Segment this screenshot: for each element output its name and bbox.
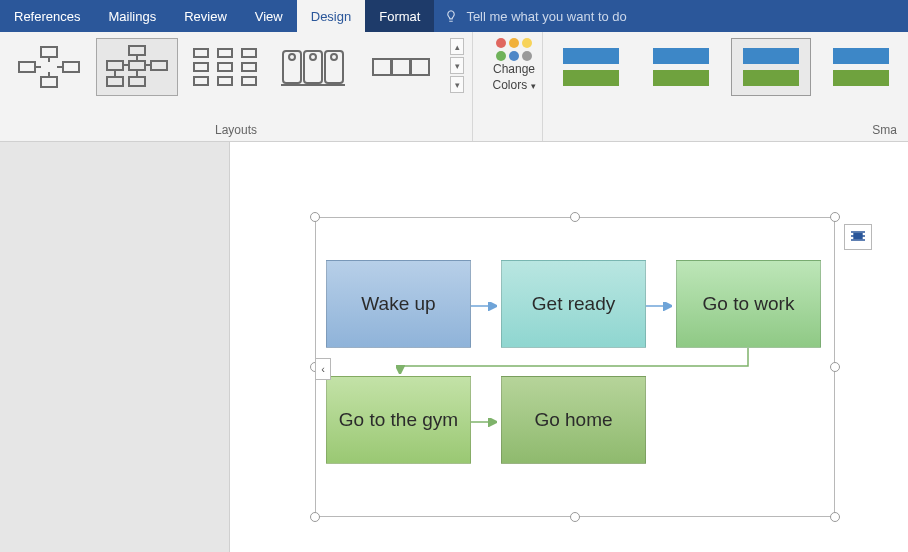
smartart-node-5[interactable]: Go home: [501, 376, 646, 464]
layouts-scroll: ▴ ▾ ▾: [450, 38, 464, 93]
layouts-more[interactable]: ▾: [450, 76, 464, 93]
style-thumb-1[interactable]: [551, 38, 631, 96]
smartart-node-3[interactable]: Go to work: [676, 260, 821, 348]
tab-view[interactable]: View: [241, 0, 297, 32]
group-smartart-styles: Sma: [543, 32, 908, 141]
svg-rect-21: [325, 51, 343, 83]
layout-options-icon: [849, 229, 867, 245]
svg-rect-25: [373, 59, 391, 75]
arrow-4-5: [471, 416, 501, 428]
svg-rect-16: [194, 77, 208, 85]
color-swatch-icon: [496, 38, 532, 61]
svg-rect-11: [218, 49, 232, 57]
style-thumb-4[interactable]: [821, 38, 901, 96]
smartart-node-1[interactable]: Wake up: [326, 260, 471, 348]
svg-rect-3: [41, 77, 57, 87]
svg-rect-6: [129, 61, 145, 70]
svg-rect-14: [218, 63, 232, 71]
ribbon: ▴ ▾ ▾ Layouts Change Colors ▾ Sma: [0, 32, 908, 142]
smartart-selection[interactable]: ‹ Wake up Get ready Go to work Go to the…: [315, 217, 835, 517]
text-pane-toggle[interactable]: ‹: [315, 358, 331, 380]
svg-point-22: [289, 54, 295, 60]
layouts-scroll-down[interactable]: ▾: [450, 57, 464, 74]
svg-rect-15: [242, 63, 256, 71]
layouts-scroll-up[interactable]: ▴: [450, 38, 464, 55]
svg-point-23: [310, 54, 316, 60]
svg-rect-19: [283, 51, 301, 83]
svg-rect-9: [129, 77, 145, 86]
workspace: ‹ Wake up Get ready Go to work Go to the…: [0, 142, 908, 552]
arrow-1-2: [471, 300, 501, 312]
svg-rect-20: [304, 51, 322, 83]
tab-design[interactable]: Design: [297, 0, 365, 32]
tell-me-input[interactable]: [466, 9, 726, 24]
tell-me-search[interactable]: [434, 0, 908, 32]
layout-thumb-3[interactable]: [184, 38, 266, 96]
layout-thumb-4[interactable]: [272, 38, 354, 96]
layout-thumb-1[interactable]: [8, 38, 90, 96]
layout-thumb-2[interactable]: [96, 38, 178, 96]
arrow-2-3: [646, 300, 676, 312]
group-label-styles: Sma: [551, 123, 901, 139]
svg-rect-18: [242, 77, 256, 85]
group-change-colors: Change Colors ▾: [473, 32, 543, 141]
svg-rect-10: [194, 49, 208, 57]
group-layouts: ▴ ▾ ▾ Layouts: [0, 32, 473, 141]
style-thumb-2[interactable]: [641, 38, 721, 96]
svg-rect-1: [19, 62, 35, 72]
lightbulb-icon: [444, 9, 458, 23]
layout-thumb-5[interactable]: [360, 38, 442, 96]
svg-rect-27: [411, 59, 429, 75]
group-label-layouts: Layouts: [8, 123, 464, 139]
svg-rect-17: [218, 77, 232, 85]
svg-rect-0: [41, 47, 57, 57]
tab-review[interactable]: Review: [170, 0, 241, 32]
tab-format[interactable]: Format: [365, 0, 434, 32]
svg-rect-2: [63, 62, 79, 72]
svg-rect-8: [107, 77, 123, 86]
tab-references[interactable]: References: [0, 0, 94, 32]
smartart-node-2[interactable]: Get ready: [501, 260, 646, 348]
change-colors-label1: Change: [493, 63, 535, 77]
change-colors-label2: Colors ▾: [492, 79, 535, 93]
svg-point-24: [331, 54, 337, 60]
document-page[interactable]: ‹ Wake up Get ready Go to work Go to the…: [230, 142, 908, 552]
tab-mailings[interactable]: Mailings: [94, 0, 170, 32]
ribbon-tabs: References Mailings Review View Design F…: [0, 0, 908, 32]
svg-rect-7: [151, 61, 167, 70]
svg-rect-28: [854, 234, 862, 239]
svg-rect-4: [129, 46, 145, 55]
layout-options-button[interactable]: [844, 224, 872, 250]
smartart-diagram: Wake up Get ready Go to work Go to the g…: [316, 218, 834, 516]
svg-rect-26: [392, 59, 410, 75]
svg-rect-13: [194, 63, 208, 71]
svg-rect-12: [242, 49, 256, 57]
smartart-node-4[interactable]: Go to the gym: [326, 376, 471, 464]
style-thumb-3[interactable]: [731, 38, 811, 96]
change-colors-button[interactable]: Change Colors ▾: [481, 38, 547, 93]
arrow-3-4: [396, 348, 756, 378]
page-gutter: [0, 142, 230, 552]
svg-rect-5: [107, 61, 123, 70]
